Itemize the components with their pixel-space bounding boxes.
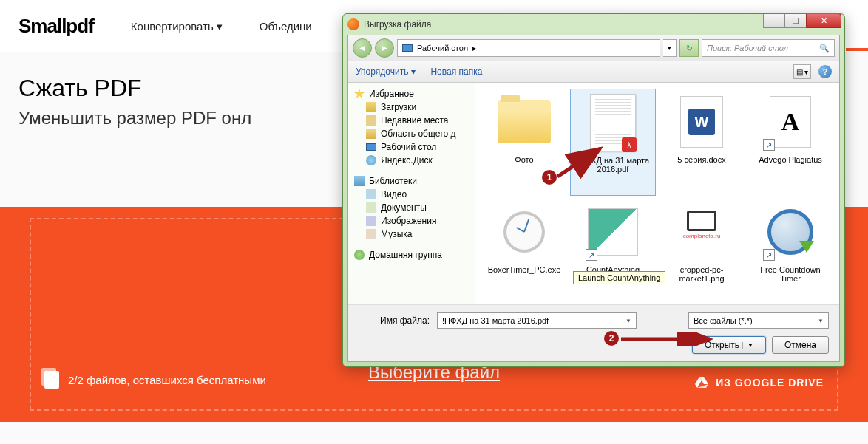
file-boxertimer[interactable]: BoxerTimer_PC.exe — [481, 199, 567, 304]
downloads-icon — [366, 102, 376, 112]
clock-icon — [503, 211, 545, 253]
pdf-badge-icon: λ — [622, 137, 637, 152]
file-grid: Фото λ !ПФХД на 31 марта 2016.pdf W 5 се… — [475, 83, 839, 304]
shortcut-icon: ↗ — [763, 249, 775, 261]
svg-line-4 — [557, 148, 600, 177]
complaneta-icon: complaneta.ru — [677, 211, 727, 253]
refresh-button[interactable]: ↻ — [679, 39, 699, 57]
yandex-disk-icon — [366, 155, 376, 165]
organize-menu[interactable]: Упорядочить ▾ — [356, 66, 416, 77]
sidebar-downloads[interactable]: Загрузки — [351, 100, 472, 114]
annotation-step-2: 2 — [604, 331, 619, 346]
titlebar[interactable]: Выгрузка файла ─ ☐ ✕ — [343, 14, 844, 35]
filename-input[interactable]: !ПФХД на 31 марта 2016.pdf ▼ — [437, 312, 637, 329]
folder-icon — [498, 100, 551, 143]
address-row: ◄ ► Рабочий стол ▸ ▾ ↻ Поиск: Рабочий ст… — [348, 35, 839, 61]
google-drive-button[interactable]: ИЗ GOOGLE DRIVE — [695, 377, 824, 389]
images-icon — [366, 216, 376, 226]
annotation-arrow-2 — [620, 332, 716, 346]
search-input[interactable]: Поиск: Рабочий стол 🔍 — [702, 39, 835, 57]
new-folder-button[interactable]: Новая папка — [430, 66, 482, 77]
homegroup-icon — [354, 250, 365, 260]
chevron-down-icon: ▾ — [217, 20, 223, 33]
filename-label: Имя файла: — [359, 315, 430, 326]
dialog-title: Выгрузка файла — [364, 19, 432, 30]
file-countanything[interactable]: ↗ CountAnything Launch CountAnything — [570, 199, 656, 304]
documents-icon — [366, 202, 376, 213]
sidebar-desktop[interactable]: Рабочий стол — [351, 140, 472, 154]
filetype-select[interactable]: Все файлы (*.*) ▼ — [688, 312, 829, 329]
sidebar-libraries[interactable]: Библиотеки — [351, 174, 472, 188]
chevron-down-icon: ▼ — [818, 318, 824, 324]
cancel-button[interactable]: Отмена — [772, 336, 829, 354]
breadcrumb-bar[interactable]: Рабочий стол ▸ — [397, 39, 660, 57]
share-icon — [366, 129, 376, 139]
libraries-icon — [354, 176, 365, 186]
sidebar-homegroup[interactable]: Домашняя группа — [351, 248, 472, 262]
desktop-icon — [402, 44, 413, 52]
pdf-thumbnail: λ — [590, 94, 636, 151]
nav-convert[interactable]: Конвертировать ▾ — [131, 20, 223, 33]
shortcut-icon: ↗ — [763, 139, 775, 151]
document-icon — [44, 371, 59, 389]
sidebar-music[interactable]: Музыка — [351, 228, 472, 241]
sidebar: Избранное Загрузки Недавние места Област… — [348, 83, 475, 304]
help-icon[interactable]: ? — [818, 65, 832, 78]
video-icon — [366, 189, 376, 199]
countdown-icon — [767, 209, 813, 255]
sidebar-favorites[interactable]: Избранное — [351, 87, 472, 100]
file-advego[interactable]: A↗ Advego Plagiatus — [747, 89, 833, 196]
close-button[interactable]: ✕ — [806, 13, 841, 28]
files-remaining: 2/2 файлов, оставшихся бесплатными — [44, 371, 266, 389]
recent-icon — [366, 115, 376, 126]
sidebar-yandex-disk[interactable]: Яндекс.Диск — [351, 154, 472, 167]
file-countdown-timer[interactable]: ↗ Free Countdown Timer — [747, 199, 833, 304]
plagiatus-icon: A — [770, 96, 811, 148]
word-icon: W — [680, 96, 723, 148]
nav-merge[interactable]: Объедини — [260, 20, 312, 33]
dialog-footer: Имя файла: !ПФХД на 31 марта 2016.pdf ▼ … — [348, 304, 839, 361]
sidebar-video[interactable]: Видео — [351, 188, 472, 201]
sidebar-recent[interactable]: Недавние места — [351, 114, 472, 127]
file-docx[interactable]: W 5 серия.docx — [659, 89, 745, 196]
accent-border — [846, 48, 868, 51]
sidebar-public[interactable]: Область общего д — [351, 127, 472, 140]
search-icon: 🔍 — [819, 44, 830, 53]
view-mode-button[interactable]: ▤ ▾ — [793, 64, 811, 79]
file-cropped-png[interactable]: complaneta.ru cropped-pc-market1.png — [659, 199, 745, 304]
minimize-button[interactable]: ─ — [763, 13, 785, 28]
desktop-icon — [366, 143, 376, 151]
tooltip: Launch CountAnything — [573, 271, 665, 284]
sidebar-documents[interactable]: Документы — [351, 201, 472, 214]
annotation-step-1: 1 — [542, 170, 557, 185]
breadcrumb-dropdown[interactable]: ▾ — [663, 39, 677, 57]
firefox-icon — [347, 18, 359, 30]
logo[interactable]: Smallpdf — [18, 15, 94, 38]
shortcut-icon: ↗ — [586, 249, 597, 261]
back-button[interactable]: ◄ — [353, 38, 372, 58]
chevron-right-icon: ▸ — [472, 44, 477, 53]
file-upload-dialog: Выгрузка файла ─ ☐ ✕ ◄ ► Рабочий стол ▸ … — [342, 13, 845, 367]
gdrive-icon — [695, 377, 708, 389]
forward-button[interactable]: ► — [375, 38, 394, 58]
maximize-button[interactable]: ☐ — [784, 13, 807, 28]
sidebar-images[interactable]: Изображения — [351, 214, 472, 228]
chevron-down-icon: ▾ — [411, 66, 416, 77]
chevron-down-icon: ▼ — [742, 342, 753, 349]
toolbar: Упорядочить ▾ Новая папка ▤ ▾ ? — [348, 61, 839, 83]
chevron-down-icon: ▼ — [625, 318, 631, 324]
music-icon — [366, 229, 376, 239]
star-icon — [354, 89, 365, 99]
annotation-arrow-1 — [555, 144, 606, 181]
